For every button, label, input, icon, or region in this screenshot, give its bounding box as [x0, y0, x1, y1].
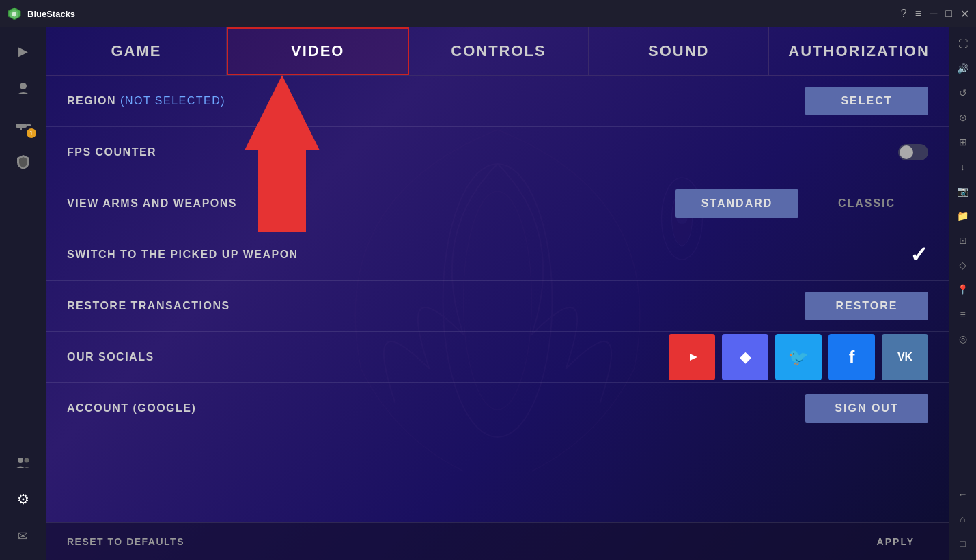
volume-icon[interactable]: 🔊 [952, 57, 974, 79]
settings-content: REGION (NOT SELECTED) SELECT FPS COUNTER… [46, 76, 949, 522]
help-icon[interactable]: ? [901, 8, 907, 20]
content-area: GAME VIDEO CONTROLS SOUND AUTHORIZATION [46, 27, 949, 560]
setting-controls-viewarms: STANDARD CLASSIC [675, 189, 928, 218]
setting-row-restore: RESTORE TRANSACTIONS RESTORE [46, 281, 949, 332]
youtube-button[interactable] [669, 334, 715, 380]
facebook-button[interactable]: f [828, 334, 875, 380]
setting-label-account: ACCOUNT (GOOGLE) [67, 402, 805, 415]
setting-controls-switchweapon: ✓ [910, 242, 928, 268]
setting-controls-restore: RESTORE [805, 292, 928, 320]
window-controls: ? ≡ ─ □ ✕ [901, 8, 969, 20]
tabs-bar: GAME VIDEO CONTROLS SOUND AUTHORIZATION [46, 27, 949, 76]
setting-row-region: REGION (NOT SELECTED) SELECT [46, 76, 949, 127]
tab-authorization[interactable]: AUTHORIZATION [769, 27, 949, 75]
eco-icon[interactable]: ◎ [952, 328, 974, 350]
apply-button[interactable]: APPLY [863, 531, 928, 552]
sidebar-icon-mail[interactable]: ✉ [6, 519, 40, 553]
left-sidebar: ▶ 1 ⚙ ✉ [0, 27, 46, 560]
setting-controls-region: SELECT [805, 87, 928, 115]
tab-video[interactable]: VIDEO [227, 27, 409, 75]
setting-row-account: ACCOUNT (GOOGLE) SIGN OUT [46, 383, 949, 434]
svg-point-8 [24, 458, 29, 463]
app-name-label: BlueStacks [27, 9, 901, 19]
svg-rect-5 [27, 124, 31, 126]
svg-point-7 [18, 458, 23, 463]
apk-icon[interactable]: ↓ [952, 156, 974, 178]
main-layout: ▶ 1 ⚙ ✉ [0, 27, 976, 560]
setting-controls-socials: ◆ 🐦 f VK [669, 334, 928, 380]
recents-icon[interactable]: □ [952, 533, 974, 555]
restore-button[interactable]: RESTORE [805, 292, 928, 320]
setting-row-switchweapon: SWITCH TO THE PICKED UP WEAPON ✓ [46, 229, 949, 281]
sidebar-icon-play[interactable]: ▶ [6, 34, 40, 68]
svg-marker-2 [12, 12, 16, 17]
fps-toggle[interactable] [898, 144, 928, 160]
rotate-icon[interactable]: ↺ [952, 82, 974, 104]
sidebar-icon-settings[interactable]: ⚙ [6, 482, 40, 516]
sidebar-icon-shield[interactable] [6, 145, 40, 179]
back-icon[interactable]: ← [952, 484, 974, 505]
sidebar-icon-users[interactable] [6, 445, 40, 479]
svg-rect-6 [20, 128, 22, 130]
camera-icon[interactable]: 📷 [952, 180, 974, 202]
sidebar-icon-profile[interactable] [6, 71, 40, 105]
gun-badge: 1 [27, 128, 36, 138]
grid-icon[interactable]: ⊞ [952, 131, 974, 153]
svg-point-3 [20, 83, 27, 89]
setting-controls-account: SIGN OUT [805, 394, 928, 423]
setting-label-restore: RESTORE TRANSACTIONS [67, 300, 805, 312]
home-icon[interactable]: ⌂ [952, 508, 974, 530]
tab-game[interactable]: GAME [46, 27, 227, 75]
bottom-bar: RESET TO DEFAULTS APPLY [46, 522, 949, 560]
standard-button[interactable]: STANDARD [675, 189, 798, 218]
location-icon[interactable]: 📍 [952, 279, 974, 300]
setting-label-viewarms: VIEW ARMS AND WEAPONS [67, 197, 675, 210]
app-logo [7, 6, 22, 21]
setting-label-region: REGION (NOT SELECTED) [67, 95, 805, 107]
right-sidebar: ⛶ 🔊 ↺ ⊙ ⊞ ↓ 📷 📁 ⊡ ◇ 📍 ≡ ◎ ← ⌂ □ [949, 27, 976, 560]
svg-rect-4 [16, 124, 27, 128]
setting-row-viewarms: VIEW ARMS AND WEAPONS STANDARD CLASSIC [46, 178, 949, 229]
setting-label-fps: FPS COUNTER [67, 146, 898, 158]
minimize-icon[interactable]: ─ [930, 8, 937, 20]
setting-label-switchweapon: SWITCH TO THE PICKED UP WEAPON [67, 249, 910, 261]
tab-controls[interactable]: CONTROLS [409, 27, 589, 75]
refresh-icon[interactable]: ⊙ [952, 107, 974, 128]
discord-button[interactable]: ◆ [722, 334, 768, 380]
tab-sound[interactable]: SOUND [589, 27, 769, 75]
titlebar: BlueStacks ? ≡ ─ □ ✕ [0, 0, 976, 27]
maximize-icon[interactable]: □ [945, 8, 952, 20]
resize-icon[interactable]: ⊡ [952, 229, 974, 251]
close-icon[interactable]: ✕ [960, 8, 969, 20]
setting-label-socials: OUR SOCIALS [67, 351, 669, 363]
vk-button[interactable]: VK [882, 334, 928, 380]
setting-controls-fps [898, 144, 928, 160]
menu-icon[interactable]: ≡ [915, 8, 921, 20]
layers-icon[interactable]: ≡ [952, 303, 974, 325]
setting-row-fps: FPS COUNTER [46, 127, 949, 178]
signout-button[interactable]: SIGN OUT [805, 394, 928, 423]
eraser-icon[interactable]: ◇ [952, 254, 974, 276]
folder-icon[interactable]: 📁 [952, 205, 974, 227]
setting-row-socials: OUR SOCIALS ◆ 🐦 f VK [46, 332, 949, 383]
select-button[interactable]: SELECT [805, 87, 928, 115]
fullscreen-icon[interactable]: ⛶ [952, 33, 974, 55]
checkmark-icon[interactable]: ✓ [910, 242, 928, 268]
twitter-button[interactable]: 🐦 [775, 334, 822, 380]
sidebar-icon-gun[interactable]: 1 [6, 108, 40, 142]
reset-label: RESET TO DEFAULTS [67, 536, 863, 547]
classic-button[interactable]: CLASSIC [805, 189, 928, 218]
